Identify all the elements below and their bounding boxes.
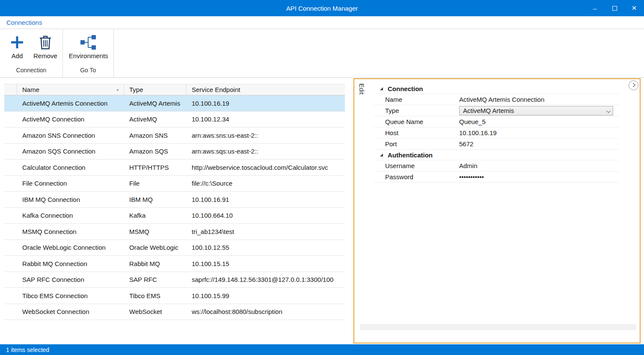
cell-endpoint: arn:aws:sqs:us-east-2::: [187, 148, 345, 155]
table-row[interactable]: SAP RFC ConnectionSAP RFCsaprfc://149.14…: [4, 272, 345, 288]
dropdown-selected-value: ActiveMQ Artemis: [463, 107, 514, 114]
section-title: Connection: [388, 85, 423, 92]
cell-endpoint: tri_ab1234\test: [187, 228, 345, 235]
table-header: Name ▲ Type Service Endpoint: [4, 84, 345, 95]
environments-icon: [80, 33, 98, 52]
cell-type: Tibco EMS: [124, 292, 187, 299]
header-type[interactable]: Type: [124, 84, 187, 95]
cell-endpoint: http://webservice.toscacloud.com/Calcula…: [187, 164, 345, 171]
table-row[interactable]: MSMQ ConnectionMSMQtri_ab1234\test: [4, 224, 345, 240]
cell-type: Amazon SNS: [124, 132, 187, 139]
ribbon-group-connection: Add Remove Connection: [0, 29, 63, 77]
table-row[interactable]: File ConnectionFilefile://c:\Source: [4, 176, 345, 192]
cell-endpoint: 10.100.16.19: [187, 100, 345, 107]
form-row: Queue NameQueue_5: [374, 116, 619, 127]
cell-endpoint: ws://localhost:8080/subscription: [187, 308, 345, 315]
window-controls: – ✕: [585, 0, 644, 16]
status-text: 1 items selected: [6, 346, 49, 353]
table-row[interactable]: WebSocket ConnectionWebSocketws://localh…: [4, 304, 345, 320]
field-value[interactable]: Queue_5: [459, 118, 619, 125]
add-icon: [10, 33, 24, 52]
header-type-label: Type: [129, 86, 143, 93]
remove-button[interactable]: Remove: [31, 32, 60, 59]
cell-endpoint: arn:aws:sns:us-east-2::: [187, 132, 345, 139]
ribbon-group-label-connection: Connection: [0, 66, 62, 77]
form-row: NameActiveMQ Artemis Connection: [374, 94, 619, 105]
cell-type: SAP RFC: [124, 276, 187, 283]
cell-type: Oracle WebLogic: [124, 244, 187, 251]
field-label: Password: [385, 173, 459, 180]
section-title: Authentication: [388, 151, 433, 159]
cell-type: ActiveMQ: [124, 115, 187, 123]
main-area: Name ▲ Type Service Endpoint ActiveMQ Ar…: [0, 78, 644, 344]
chevron-down-icon: [606, 107, 609, 114]
field-value[interactable]: •••••••••••: [459, 173, 619, 180]
field-label: Username: [385, 162, 459, 169]
sort-asc-icon: ▲: [116, 87, 119, 91]
cell-name: Oracle WebLogic Connection: [17, 244, 124, 251]
table-row[interactable]: ActiveMQ Artemis ConnectionActiveMQ Arte…: [4, 95, 345, 112]
table-row[interactable]: Calculator ConnectionHTTP/HTTPShttp://we…: [4, 160, 345, 176]
field-value[interactable]: Admin: [459, 162, 619, 169]
header-name[interactable]: Name ▲: [17, 84, 124, 95]
cell-endpoint: saprfc://149.148.12.56:3301@127.0.0.1:33…: [187, 276, 345, 283]
field-value: ActiveMQ Artemis: [459, 106, 619, 115]
field-value[interactable]: ActiveMQ Artemis Connection: [459, 96, 619, 103]
table-row[interactable]: Amazon SQS ConnectionAmazon SQSarn:aws:s…: [4, 144, 345, 160]
table-body: ActiveMQ Artemis ConnectionActiveMQ Arte…: [4, 95, 345, 320]
titlebar: API Connection Manager – ✕: [0, 0, 644, 16]
field-value[interactable]: 10.100.16.19: [459, 129, 619, 136]
minimize-icon: –: [593, 5, 597, 12]
close-icon: ✕: [632, 4, 637, 12]
status-bar: 1 items selected: [0, 344, 644, 355]
form-row: Host10.100.16.19: [374, 127, 619, 139]
cell-endpoint: file://c:\Source: [187, 180, 345, 187]
table-row[interactable]: Rabbit MQ ConnectionRabbit MQ10.100.15.1…: [4, 256, 345, 272]
expander-icon: [380, 154, 388, 157]
header-endpoint[interactable]: Service Endpoint: [187, 84, 345, 95]
remove-button-label: Remove: [33, 52, 57, 59]
cell-type: Rabbit MQ: [124, 260, 187, 267]
maximize-button[interactable]: [605, 0, 624, 16]
connections-table: Name ▲ Type Service Endpoint ActiveMQ Ar…: [0, 78, 345, 344]
cell-name: File Connection: [17, 180, 124, 187]
form-row: Port5672: [374, 139, 619, 150]
table-row[interactable]: ActiveMQ ConnectionActiveMQ10.100.12.34: [4, 112, 345, 128]
cell-name: IBM MQ Connection: [17, 196, 124, 203]
section-header[interactable]: Connection: [374, 83, 619, 94]
table-row[interactable]: Amazon SNS ConnectionAmazon SNSarn:aws:s…: [4, 127, 345, 144]
close-button[interactable]: ✕: [624, 0, 644, 16]
add-button[interactable]: Add: [3, 32, 31, 59]
cell-name: SAP RFC Connection: [17, 276, 124, 283]
cell-type: WebSocket: [124, 308, 187, 315]
minimize-button[interactable]: –: [585, 0, 605, 16]
table-row[interactable]: Oracle WebLogic ConnectionOracle WebLogi…: [4, 240, 345, 256]
edit-panel-tab[interactable]: Edit: [354, 79, 369, 343]
field-value[interactable]: 5672: [459, 140, 619, 148]
cell-name: Amazon SNS Connection: [17, 132, 124, 139]
tab-connections[interactable]: Connections: [0, 19, 48, 26]
table-row[interactable]: Tibco EMS ConnectionTibco EMS10.100.15.9…: [4, 288, 345, 304]
section-header[interactable]: Authentication: [374, 150, 619, 160]
cell-endpoint: 10.100.12.34: [187, 115, 345, 123]
cell-name: Rabbit MQ Connection: [17, 260, 124, 267]
form-row: Password•••••••••••: [374, 172, 619, 183]
cell-name: ActiveMQ Artemis Connection: [17, 100, 124, 107]
expander-icon: [380, 87, 388, 90]
horizontal-scrollbar[interactable]: [360, 324, 636, 330]
remove-icon: [39, 33, 52, 52]
table-row[interactable]: Kafka ConnectionKafka10.100.664.10: [4, 208, 345, 224]
cell-type: File: [124, 180, 187, 187]
table-row[interactable]: IBM MQ ConnectionIBM MQ10.100.16.91: [4, 192, 345, 208]
cell-name: WebSocket Connection: [17, 308, 124, 315]
chevron-right-icon: [631, 83, 635, 87]
type-dropdown[interactable]: ActiveMQ Artemis: [459, 106, 613, 115]
environments-button[interactable]: Environments: [66, 32, 111, 59]
add-button-label: Add: [12, 52, 23, 59]
cell-endpoint: 100.10.12.55: [187, 244, 345, 251]
collapse-panel-button[interactable]: [629, 80, 638, 90]
field-label: Type: [385, 107, 459, 114]
field-label: Name: [385, 96, 459, 103]
ribbon-group-label-goto: Go To: [63, 66, 113, 77]
environments-button-label: Environments: [69, 52, 108, 59]
